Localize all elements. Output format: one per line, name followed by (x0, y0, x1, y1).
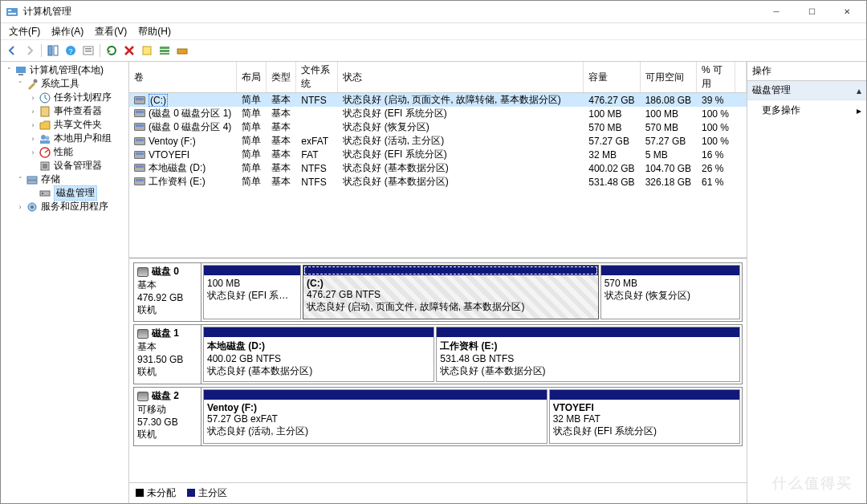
col-volume[interactable]: 卷 (129, 62, 237, 93)
services-icon (26, 201, 39, 213)
expand-icon[interactable]: › (28, 93, 38, 103)
partition[interactable]: (C:)476.27 GB NTFS状态良好 (启动, 页面文件, 故障转储, … (303, 265, 599, 319)
col-pctfree[interactable]: % 可用 (697, 62, 735, 93)
show-hide-tree-button[interactable] (45, 43, 61, 59)
volume-type: 基本 (267, 93, 296, 108)
actions-header: 操作 (747, 62, 866, 81)
volume-fs: FAT (296, 148, 338, 161)
properties-button[interactable] (80, 43, 96, 59)
partition[interactable]: VTOYEFI32 MB FAT状态良好 (EFI 系统分区) (549, 389, 740, 444)
disk-status: 联机 (137, 365, 197, 379)
menu-action[interactable]: 操作(A) (47, 23, 88, 40)
partition-status: 状态良好 (EFI 系统分区) (207, 289, 297, 303)
actions-more[interactable]: 更多操作 ▸ (747, 100, 866, 120)
disk-row[interactable]: 磁盘 1基本931.50 GB联机本地磁盘 (D:)400.02 GB NTFS… (133, 324, 743, 384)
menu-view[interactable]: 查看(V) (90, 23, 132, 40)
volume-status: 状态良好 (基本数据分区) (338, 175, 584, 189)
expand-icon[interactable]: › (28, 148, 38, 157)
volume-free: 57.27 GB (640, 134, 696, 148)
volume-type: 基本 (267, 107, 296, 120)
menu-help[interactable]: 帮助(H) (133, 23, 176, 40)
tree-disk-management[interactable]: 磁盘管理 (1, 186, 128, 200)
forward-button[interactable] (22, 43, 38, 59)
volume-row[interactable]: (C:)简单基本NTFS状态良好 (启动, 页面文件, 故障转储, 基本数据分区… (129, 93, 747, 108)
expand-icon[interactable]: › (28, 107, 38, 116)
svg-rect-28 (40, 191, 50, 196)
svg-rect-4 (54, 46, 58, 55)
back-button[interactable] (4, 43, 20, 59)
volume-capacity: 100 MB (584, 107, 640, 120)
volume-layout: 简单 (237, 161, 267, 175)
tree-local-users[interactable]: › 本地用户和组 (1, 132, 128, 145)
col-type[interactable]: 类型 (267, 62, 296, 93)
collapse-icon[interactable]: ˅ (15, 79, 25, 89)
maximize-button[interactable]: ☐ (794, 1, 829, 23)
partition[interactable]: 100 MB状态良好 (EFI 系统分区) (203, 265, 301, 319)
tree-device-manager[interactable]: 设备管理器 (1, 159, 128, 173)
nav-tree[interactable]: ˅ 计算机管理(本地) ˅ 系统工具 › 任务计划程序 › 事件查看器 › 共享… (1, 62, 129, 503)
collapse-icon[interactable]: ˅ (4, 66, 14, 75)
rescan-button[interactable] (139, 43, 155, 59)
volume-list[interactable]: 卷 布局 类型 文件系统 状态 容量 可用空间 % 可用 (C:)简单基本NTF… (129, 62, 747, 258)
col-fs[interactable]: 文件系统 (296, 62, 338, 93)
tree-shared-folders[interactable]: › 共享文件夹 (1, 118, 128, 132)
menu-file[interactable]: 文件(F) (4, 23, 45, 40)
disk-layout[interactable]: 磁盘 0基本476.92 GB联机100 MB状态良好 (EFI 系统分区)(C… (129, 258, 747, 482)
partition[interactable]: 工作资料 (E:)531.48 GB NTFS状态良好 (基本数据分区) (436, 327, 740, 382)
svg-rect-13 (160, 53, 169, 55)
volume-status: 状态良好 (活动, 主分区) (338, 134, 584, 148)
volume-layout: 简单 (237, 148, 267, 161)
disk-status: 联机 (137, 428, 197, 441)
device-icon (39, 160, 51, 173)
volume-row[interactable]: 工作资料 (E:)简单基本NTFS状态良好 (基本数据分区)531.48 GB3… (129, 175, 747, 189)
settings-button[interactable] (174, 43, 190, 59)
help-button[interactable]: ? (63, 43, 79, 59)
col-capacity[interactable]: 容量 (584, 62, 640, 93)
expand-icon[interactable]: › (28, 120, 38, 130)
volume-capacity: 476.27 GB (584, 93, 640, 108)
partition-size: 570 MB (604, 278, 736, 289)
list-view-button[interactable] (157, 43, 173, 59)
volume-free: 100 MB (640, 107, 696, 120)
expand-icon[interactable]: › (15, 202, 25, 212)
tree-task-scheduler[interactable]: › 任务计划程序 (1, 91, 128, 104)
tree-services-apps[interactable]: › 服务和应用程序 (1, 200, 128, 213)
delete-button[interactable] (121, 43, 137, 59)
volume-free: 5 MB (640, 148, 696, 161)
disk-type: 可移动 (137, 403, 197, 417)
legend-primary: 主分区 (198, 487, 227, 498)
tree-event-viewer[interactable]: › 事件查看器 (1, 104, 128, 118)
volume-row[interactable]: (磁盘 0 磁盘分区 4)简单基本状态良好 (恢复分区)570 MB570 MB… (129, 120, 747, 134)
partition-status: 状态良好 (EFI 系统分区) (553, 425, 736, 438)
volume-row[interactable]: Ventoy (F:)简单基本exFAT状态良好 (活动, 主分区)57.27 … (129, 134, 747, 148)
volume-row[interactable]: (磁盘 0 磁盘分区 1)简单基本状态良好 (EFI 系统分区)100 MB10… (129, 107, 747, 120)
close-button[interactable]: ✕ (829, 1, 865, 23)
col-status[interactable]: 状态 (338, 62, 584, 93)
partition[interactable]: 570 MB状态良好 (恢复分区) (600, 265, 740, 319)
col-layout[interactable]: 布局 (237, 62, 267, 93)
disk-row[interactable]: 磁盘 2可移动57.30 GB联机Ventoy (F:)57.27 GB exF… (133, 387, 743, 446)
svg-rect-25 (43, 164, 47, 169)
computer-icon (14, 64, 27, 77)
tree-performance[interactable]: › 性能 (1, 145, 128, 159)
partition-status: 状态良好 (启动, 页面文件, 故障转储, 基本数据分区) (307, 300, 595, 314)
volume-pct: 61 % (697, 175, 735, 189)
volume-header[interactable]: 卷 布局 类型 文件系统 状态 容量 可用空间 % 可用 (129, 62, 747, 93)
expand-icon[interactable]: › (28, 134, 38, 144)
tree-storage[interactable]: ˅ 存储 (1, 173, 128, 186)
minimize-button[interactable]: ─ (759, 1, 794, 23)
partition[interactable]: Ventoy (F:)57.27 GB exFAT状态良好 (活动, 主分区) (203, 389, 547, 444)
collapse-icon[interactable]: ˅ (15, 175, 25, 185)
partition[interactable]: 本地磁盘 (D:)400.02 GB NTFS状态良好 (基本数据分区) (203, 327, 434, 382)
col-free[interactable]: 可用空间 (640, 62, 696, 93)
volume-row[interactable]: 本地磁盘 (D:)简单基本NTFS状态良好 (基本数据分区)400.02 GB1… (129, 161, 747, 175)
refresh-button[interactable] (104, 43, 120, 59)
tree-system-tools[interactable]: ˅ 系统工具 (1, 77, 128, 91)
svg-rect-26 (27, 177, 37, 180)
menu-bar: 文件(F) 操作(A) 查看(V) 帮助(H) (1, 23, 866, 39)
volume-fs (296, 107, 338, 120)
disk-row[interactable]: 磁盘 0基本476.92 GB联机100 MB状态良好 (EFI 系统分区)(C… (133, 262, 743, 322)
tree-root[interactable]: ˅ 计算机管理(本地) (1, 63, 128, 77)
actions-category[interactable]: 磁盘管理 ▴ (747, 81, 866, 100)
volume-row[interactable]: VTOYEFI简单基本FAT状态良好 (EFI 系统分区)32 MB5 MB16… (129, 148, 747, 161)
